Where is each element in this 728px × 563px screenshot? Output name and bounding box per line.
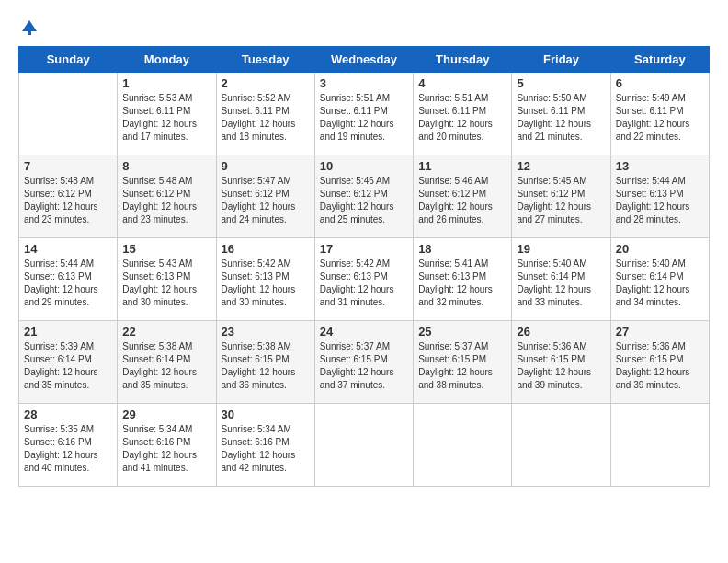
day-info: Sunrise: 5:53 AMSunset: 6:11 PMDaylight:… — [122, 92, 210, 144]
day-header-wednesday: Wednesday — [314, 47, 413, 73]
day-info: Sunrise: 5:38 AMSunset: 6:14 PMDaylight:… — [122, 340, 210, 392]
day-info: Sunrise: 5:46 AMSunset: 6:12 PMDaylight:… — [320, 175, 408, 226]
day-number: 26 — [517, 325, 605, 339]
day-number: 20 — [616, 242, 704, 256]
day-header-friday: Friday — [512, 47, 610, 73]
calendar-cell — [512, 404, 610, 487]
day-number: 27 — [616, 325, 704, 339]
day-number: 25 — [418, 325, 506, 339]
day-info: Sunrise: 5:44 AMSunset: 6:13 PMDaylight:… — [616, 175, 704, 226]
day-header-saturday: Saturday — [610, 47, 709, 73]
day-info: Sunrise: 5:36 AMSunset: 6:15 PMDaylight:… — [616, 340, 704, 392]
day-info: Sunrise: 5:42 AMSunset: 6:13 PMDaylight:… — [222, 258, 310, 309]
day-info: Sunrise: 5:39 AMSunset: 6:14 PMDaylight:… — [24, 340, 112, 392]
day-info: Sunrise: 5:50 AMSunset: 6:11 PMDaylight:… — [517, 92, 605, 144]
calendar-cell: 14Sunrise: 5:44 AMSunset: 6:13 PMDayligh… — [19, 238, 118, 321]
day-number: 12 — [517, 159, 605, 173]
day-header-monday: Monday — [118, 47, 216, 73]
day-number: 24 — [320, 325, 408, 339]
day-info: Sunrise: 5:37 AMSunset: 6:15 PMDaylight:… — [418, 340, 506, 392]
day-info: Sunrise: 5:51 AMSunset: 6:11 PMDaylight:… — [418, 92, 506, 144]
calendar-cell: 15Sunrise: 5:43 AMSunset: 6:13 PMDayligh… — [118, 238, 216, 321]
day-info: Sunrise: 5:44 AMSunset: 6:13 PMDaylight:… — [24, 258, 112, 309]
calendar-cell: 1Sunrise: 5:53 AMSunset: 6:11 PMDaylight… — [118, 73, 216, 155]
calendar-cell: 19Sunrise: 5:40 AMSunset: 6:14 PMDayligh… — [512, 238, 610, 321]
calendar-cell: 24Sunrise: 5:37 AMSunset: 6:15 PMDayligh… — [314, 321, 413, 404]
day-number: 30 — [222, 408, 310, 421]
day-info: Sunrise: 5:40 AMSunset: 6:14 PMDaylight:… — [616, 258, 704, 309]
day-number: 29 — [122, 408, 210, 421]
day-info: Sunrise: 5:48 AMSunset: 6:12 PMDaylight:… — [122, 175, 210, 226]
day-info: Sunrise: 5:34 AMSunset: 6:16 PMDaylight:… — [122, 423, 210, 475]
day-info: Sunrise: 5:51 AMSunset: 6:11 PMDaylight:… — [320, 92, 408, 144]
calendar-cell: 3Sunrise: 5:51 AMSunset: 6:11 PMDaylight… — [314, 73, 413, 155]
day-info: Sunrise: 5:52 AMSunset: 6:11 PMDaylight:… — [222, 92, 310, 144]
day-number: 19 — [517, 242, 605, 256]
day-number: 6 — [616, 76, 704, 90]
calendar-cell: 4Sunrise: 5:51 AMSunset: 6:11 PMDaylight… — [414, 73, 512, 155]
calendar-cell: 23Sunrise: 5:38 AMSunset: 6:15 PMDayligh… — [216, 321, 314, 404]
logo-icon — [20, 18, 39, 37]
day-number: 13 — [616, 159, 704, 173]
day-number: 21 — [24, 325, 112, 339]
day-number: 1 — [122, 76, 210, 90]
calendar-cell: 20Sunrise: 5:40 AMSunset: 6:14 PMDayligh… — [610, 238, 709, 321]
day-info: Sunrise: 5:46 AMSunset: 6:12 PMDaylight:… — [418, 175, 506, 226]
day-number: 11 — [418, 159, 506, 173]
calendar-cell — [414, 404, 512, 487]
calendar-cell: 17Sunrise: 5:42 AMSunset: 6:13 PMDayligh… — [314, 238, 413, 321]
svg-marker-0 — [22, 20, 37, 31]
day-info: Sunrise: 5:35 AMSunset: 6:16 PMDaylight:… — [24, 423, 112, 475]
calendar-cell: 18Sunrise: 5:41 AMSunset: 6:13 PMDayligh… — [414, 238, 512, 321]
day-number: 7 — [24, 159, 112, 173]
day-number: 14 — [24, 242, 112, 256]
day-info: Sunrise: 5:43 AMSunset: 6:13 PMDaylight:… — [122, 258, 210, 309]
day-number: 15 — [122, 242, 210, 256]
calendar-cell: 27Sunrise: 5:36 AMSunset: 6:15 PMDayligh… — [610, 321, 709, 404]
calendar-cell: 8Sunrise: 5:48 AMSunset: 6:12 PMDaylight… — [118, 155, 216, 238]
day-info: Sunrise: 5:45 AMSunset: 6:12 PMDaylight:… — [517, 175, 605, 226]
day-number: 22 — [122, 325, 210, 339]
day-number: 3 — [320, 76, 408, 90]
calendar-table: SundayMondayTuesdayWednesdayThursdayFrid… — [18, 46, 710, 487]
day-number: 5 — [517, 76, 605, 90]
day-number: 23 — [222, 325, 310, 339]
svg-rect-1 — [28, 31, 31, 35]
calendar-cell — [610, 404, 709, 487]
day-number: 4 — [418, 76, 506, 90]
day-info: Sunrise: 5:49 AMSunset: 6:11 PMDaylight:… — [616, 92, 704, 144]
logo — [18, 18, 39, 37]
day-info: Sunrise: 5:34 AMSunset: 6:16 PMDaylight:… — [222, 423, 310, 475]
day-info: Sunrise: 5:36 AMSunset: 6:15 PMDaylight:… — [517, 340, 605, 392]
calendar-cell: 29Sunrise: 5:34 AMSunset: 6:16 PMDayligh… — [118, 404, 216, 487]
day-number: 16 — [222, 242, 310, 256]
calendar-cell: 7Sunrise: 5:48 AMSunset: 6:12 PMDaylight… — [19, 155, 118, 238]
day-info: Sunrise: 5:47 AMSunset: 6:12 PMDaylight:… — [222, 175, 310, 226]
calendar-cell: 6Sunrise: 5:49 AMSunset: 6:11 PMDaylight… — [610, 73, 709, 155]
day-number: 18 — [418, 242, 506, 256]
calendar-cell: 12Sunrise: 5:45 AMSunset: 6:12 PMDayligh… — [512, 155, 610, 238]
day-header-sunday: Sunday — [19, 47, 118, 73]
day-number: 17 — [320, 242, 408, 256]
calendar-cell: 2Sunrise: 5:52 AMSunset: 6:11 PMDaylight… — [216, 73, 314, 155]
calendar-cell: 10Sunrise: 5:46 AMSunset: 6:12 PMDayligh… — [314, 155, 413, 238]
day-number: 8 — [122, 159, 210, 173]
calendar-cell: 25Sunrise: 5:37 AMSunset: 6:15 PMDayligh… — [414, 321, 512, 404]
calendar-cell: 5Sunrise: 5:50 AMSunset: 6:11 PMDaylight… — [512, 73, 610, 155]
day-number: 2 — [222, 76, 310, 90]
calendar-cell: 30Sunrise: 5:34 AMSunset: 6:16 PMDayligh… — [216, 404, 314, 487]
calendar-cell: 26Sunrise: 5:36 AMSunset: 6:15 PMDayligh… — [512, 321, 610, 404]
day-number: 28 — [24, 408, 112, 421]
calendar-cell — [314, 404, 413, 487]
day-number: 9 — [222, 159, 310, 173]
page-header — [18, 18, 710, 37]
day-info: Sunrise: 5:48 AMSunset: 6:12 PMDaylight:… — [24, 175, 112, 226]
day-info: Sunrise: 5:42 AMSunset: 6:13 PMDaylight:… — [320, 258, 408, 309]
calendar-cell — [19, 73, 118, 155]
day-header-thursday: Thursday — [414, 47, 512, 73]
day-info: Sunrise: 5:41 AMSunset: 6:13 PMDaylight:… — [418, 258, 506, 309]
calendar-cell: 9Sunrise: 5:47 AMSunset: 6:12 PMDaylight… — [216, 155, 314, 238]
day-info: Sunrise: 5:40 AMSunset: 6:14 PMDaylight:… — [517, 258, 605, 309]
day-info: Sunrise: 5:38 AMSunset: 6:15 PMDaylight:… — [222, 340, 310, 392]
day-number: 10 — [320, 159, 408, 173]
